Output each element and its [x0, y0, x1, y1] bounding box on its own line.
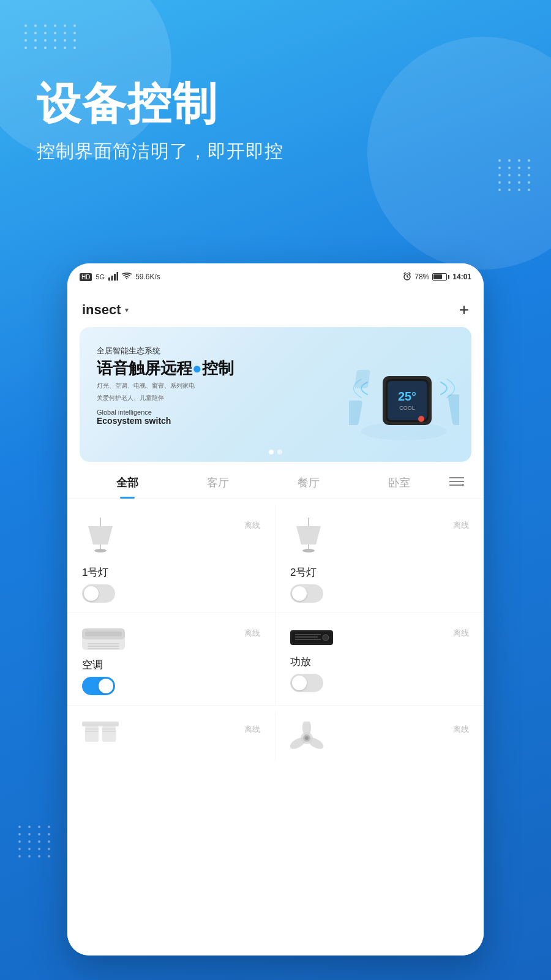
status-bar: HD 5G 59.6K/s: [67, 263, 484, 290]
status-bar-right: 78% 14:01: [403, 272, 471, 282]
svg-marker-22: [88, 526, 113, 545]
device-card-amp: 离线 功放: [276, 613, 484, 706]
page-title: 设备控制: [37, 80, 283, 128]
svg-rect-16: [354, 370, 370, 388]
svg-rect-3: [117, 272, 119, 281]
hd-badge: HD: [80, 273, 92, 281]
home-name: insect: [82, 302, 121, 318]
amp-icon: [290, 625, 333, 650]
svg-line-6: [407, 277, 408, 277]
lamp-icon-1: [82, 518, 119, 560]
network-speed: 59.6K/s: [135, 273, 160, 281]
curtain-icon: [82, 722, 119, 743]
toggle-light2[interactable]: [290, 584, 323, 603]
app-content: insect ▾ + 全居智能生态系统 语音触屏远程●控制 灯光、空调、电视、窗…: [67, 290, 484, 956]
app-header: insect ▾ +: [67, 290, 484, 327]
svg-rect-31: [85, 631, 122, 636]
toggle-knob-light2: [292, 586, 307, 601]
svg-rect-0: [108, 277, 110, 281]
svg-text:25°: 25°: [398, 390, 416, 403]
banner-pagination: [269, 450, 282, 454]
toggle-knob-ac: [99, 679, 113, 693]
toggle-amp[interactable]: [290, 674, 323, 692]
bg-dots-bottom-left: [18, 826, 53, 858]
tab-living-room[interactable]: 客厅: [173, 472, 263, 494]
banner-device-image: 25° COOL: [349, 339, 459, 450]
device-name-ac: 空调: [82, 658, 103, 672]
device-offline-light1: 离线: [244, 520, 260, 531]
banner-desc-line1: 灯光、空调、电视、窗帘、系列家电: [97, 382, 234, 390]
svg-point-13: [418, 416, 424, 422]
device-offline-fan: 离线: [453, 724, 469, 735]
banner-desc-line2: 关爱何护老人、儿童陪伴: [97, 394, 234, 402]
banner-dot-2[interactable]: [277, 450, 282, 454]
wifi-icon: [122, 273, 132, 282]
svg-point-40: [323, 635, 329, 641]
bg-circle-right: [367, 37, 551, 270]
svg-rect-41: [82, 722, 119, 726]
toggle-ac[interactable]: [82, 677, 115, 695]
battery-icon: [432, 273, 449, 281]
add-device-button[interactable]: +: [459, 300, 469, 320]
device-card-light2: 离线 2号灯: [276, 505, 484, 613]
banner-subtitle2: Ecosystem switch: [97, 416, 234, 426]
category-tabs: 全部 客厅 餐厅 卧室: [67, 462, 484, 499]
device-icon-area-light2: 离线: [290, 518, 469, 560]
svg-rect-14: [349, 401, 362, 425]
alarm-icon: [403, 272, 411, 282]
tab-dining-room[interactable]: 餐厅: [263, 472, 354, 494]
room-menu-icon[interactable]: [444, 476, 469, 490]
partial-card-fan: 离线: [276, 712, 484, 761]
device-card-ac: 离线 空调: [67, 613, 276, 706]
toggle-knob-amp: [292, 676, 307, 690]
banner: 全居智能生态系统 语音触屏远程●控制 灯光、空调、电视、窗帘、系列家电 关爱何护…: [80, 327, 471, 462]
svg-rect-1: [111, 276, 113, 281]
app-header-left[interactable]: insect ▾: [82, 302, 129, 318]
device-icon-area-light1: 离线: [82, 518, 260, 560]
tab-bedroom[interactable]: 卧室: [354, 472, 444, 494]
dropdown-icon[interactable]: ▾: [125, 306, 129, 314]
network-type: 5G: [96, 273, 105, 281]
signal-icon: [108, 272, 118, 282]
banner-text: 全居智能生态系统 语音触屏远程●控制 灯光、空调、电视、窗帘、系列家电 关爱何护…: [97, 345, 234, 426]
svg-rect-2: [114, 274, 116, 281]
page-subtitle: 控制界面简洁明了，即开即控: [37, 139, 283, 164]
svg-point-28: [302, 549, 315, 552]
banner-tag: 全居智能生态系统: [97, 345, 234, 356]
svg-rect-15: [448, 394, 459, 425]
banner-subtitle1: Global intelligence: [97, 409, 234, 416]
svg-point-54: [305, 736, 309, 740]
banner-title: 语音触屏远程●控制: [97, 359, 234, 378]
bg-dots-right: [498, 159, 533, 191]
toggle-light1[interactable]: [82, 584, 115, 603]
phone-mockup: HD 5G 59.6K/s: [67, 263, 484, 956]
svg-point-20: [462, 484, 464, 486]
device-offline-light2: 离线: [453, 520, 469, 531]
partial-card-curtain: 离线: [67, 712, 276, 761]
battery-percent: 78%: [414, 273, 429, 281]
toggle-knob-light1: [84, 586, 99, 601]
time-display: 14:01: [452, 273, 471, 281]
device-name-amp: 功放: [290, 655, 311, 669]
device-name-light1: 1号灯: [82, 565, 108, 579]
device-icon-area-ac: 离线: [82, 625, 260, 653]
banner-dot-1[interactable]: [269, 450, 274, 454]
tab-all[interactable]: 全部: [82, 472, 173, 494]
device-name-light2: 2号灯: [290, 565, 317, 579]
svg-marker-26: [296, 526, 321, 545]
svg-point-24: [94, 549, 107, 552]
device-offline-amp: 离线: [453, 628, 469, 639]
fan-icon: [290, 722, 324, 755]
lamp-icon-2: [290, 518, 327, 560]
bg-dots-top-left: [24, 24, 78, 49]
device-card-light1: 离线 1号灯: [67, 505, 276, 613]
ac-icon: [82, 625, 125, 653]
device-icon-area-amp: 离线: [290, 625, 469, 650]
svg-text:COOL: COOL: [399, 405, 415, 411]
page-header: 设备控制 控制界面简洁明了，即开即控: [37, 80, 283, 164]
bottom-partial-row: 离线 离线: [67, 712, 484, 761]
device-offline-ac: 离线: [244, 628, 260, 639]
device-offline-curtain: 离线: [244, 724, 260, 735]
device-grid: 离线 1号灯 离线 2号灯: [67, 499, 484, 712]
status-bar-left: HD 5G 59.6K/s: [80, 272, 160, 282]
